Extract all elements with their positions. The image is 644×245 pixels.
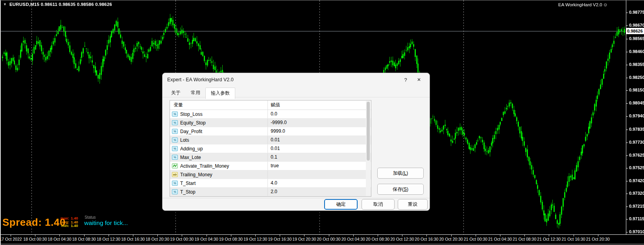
- param-name-cell[interactable]: ½Stop_Loss: [170, 110, 268, 118]
- param-value-cell[interactable]: 4.0: [268, 179, 371, 187]
- close-button[interactable]: ✕: [412, 75, 426, 85]
- tab-about[interactable]: 关于: [166, 88, 186, 99]
- table-row[interactable]: ½Lots0.01: [170, 136, 371, 144]
- price-axis-tick: [626, 90, 628, 91]
- price-axis-label: 0.97625: [629, 153, 644, 157]
- param-name-cell[interactable]: abTrailing_Money: [170, 170, 268, 179]
- param-name: Activate_Trailin_Money: [180, 163, 229, 169]
- price-axis-tick: [626, 13, 628, 13]
- help-button[interactable]: ?: [399, 75, 412, 85]
- param-value-cell[interactable]: 0.0: [268, 110, 371, 118]
- time-axis-label: 21 Oct 08:30: [513, 237, 536, 241]
- param-name-cell[interactable]: ½Equity_Stop: [170, 119, 268, 127]
- time-axis-tick: [500, 235, 500, 236]
- table-row[interactable]: ½Stop_Loss0.0: [170, 110, 371, 119]
- time-axis-tick: [329, 235, 329, 236]
- dialog-title-bar[interactable]: Expert - EA WorkingHard V2.0 ? ✕: [162, 73, 430, 86]
- mt4-terminal-window: ▼ EURUSD,M15 0.98611 0.98635 0.98586 0.9…: [0, 0, 644, 245]
- tab-inputs[interactable]: 输入参数: [205, 88, 235, 99]
- table-row[interactable]: ½Equity_Stop-9999.0: [170, 119, 371, 127]
- param-name-cell[interactable]: ½Max_Lote: [170, 153, 268, 161]
- param-name: Stop_Loss: [180, 112, 203, 117]
- price-axis-label: 0.97525: [629, 165, 644, 170]
- price-axis-label: 0.97115: [629, 216, 644, 221]
- chart-dropdown-icon[interactable]: ▼: [3, 2, 7, 7]
- table-row[interactable]: ½T_Step0.5: [170, 196, 371, 197]
- price-axis[interactable]: 0.987750.986700.985650.984600.983550.982…: [626, 0, 644, 234]
- dialog-title: Expert - EA WorkingHard V2.0: [167, 77, 399, 82]
- param-name-cell[interactable]: ½Adding_up: [170, 144, 268, 153]
- save-button[interactable]: 保存(S): [377, 184, 424, 195]
- cancel-button[interactable]: 取消: [362, 199, 395, 210]
- time-axis-label: 19 Oct 12:30: [244, 237, 267, 241]
- price-axis-label: 0.98150: [629, 88, 644, 92]
- param-type-icon-numeric: ½: [172, 120, 178, 125]
- tab-common[interactable]: 常用: [186, 88, 205, 99]
- param-name-cell[interactable]: ½Lots: [170, 136, 268, 144]
- time-axis-label: 18 Oct 00:30: [23, 237, 47, 241]
- param-value-cell[interactable]: [268, 170, 371, 179]
- param-name-cell[interactable]: ½T_Step: [170, 196, 268, 197]
- table-row[interactable]: ½Day_Profit9999.0: [170, 127, 371, 136]
- price-axis-label: 0.97010: [629, 229, 644, 234]
- price-axis-label: 0.98460: [629, 49, 644, 54]
- param-type-icon-numeric: ½: [172, 129, 178, 134]
- table-row[interactable]: ½T_Start4.0: [170, 179, 371, 188]
- table-row[interactable]: ½Adding_up0.01: [170, 144, 371, 153]
- price-axis-tick: [626, 52, 628, 52]
- param-value-cell[interactable]: -9999.0: [268, 119, 371, 127]
- column-header-variable[interactable]: 变量: [170, 101, 268, 110]
- param-name-cell[interactable]: Activate_Trailin_Money: [170, 162, 268, 170]
- price-axis-tick: [626, 207, 628, 207]
- time-axis-tick: [549, 235, 549, 236]
- scrollbar-thumb[interactable]: [367, 102, 370, 161]
- table-row[interactable]: ½Max_Lote0.1: [170, 153, 371, 162]
- price-axis-tick: [626, 155, 628, 156]
- param-name-cell[interactable]: ½Day_Profit: [170, 127, 268, 135]
- table-scrollbar[interactable]: [366, 101, 371, 196]
- param-type-icon-numeric: ½: [172, 137, 178, 143]
- price-axis-tick: [626, 39, 628, 39]
- time-axis-tick: [59, 235, 60, 236]
- time-axis-label: 18 Oct 16:30: [121, 237, 145, 241]
- param-name-cell[interactable]: ½T_Start: [170, 179, 268, 187]
- param-name-cell[interactable]: ½T_Stop: [170, 188, 268, 196]
- reset-button[interactable]: 重设: [398, 199, 428, 210]
- price-axis-label: 0.98355: [629, 62, 644, 67]
- param-value-cell[interactable]: true: [268, 162, 371, 170]
- time-axis-label: 21 Oct 04:30: [488, 237, 512, 241]
- time-axis-label: 18 Oct 20:30: [146, 237, 169, 241]
- price-axis-label: 0.97940: [629, 113, 644, 118]
- price-axis-label: 0.98250: [629, 75, 644, 80]
- time-axis-tick: [255, 235, 256, 236]
- price-axis-label: 0.97320: [629, 191, 644, 196]
- param-name: Trailing_Money: [180, 172, 212, 177]
- time-axis-label: 20 Oct 08:30: [366, 237, 389, 241]
- time-axis-tick: [133, 235, 133, 236]
- param-value-cell[interactable]: 0.01: [268, 144, 371, 153]
- ea-name-label: EA WorkingHard V2.0☺: [558, 2, 608, 7]
- param-value-cell[interactable]: 0.01: [268, 136, 371, 144]
- column-header-value[interactable]: 赋值: [268, 101, 371, 110]
- price-axis-tick: [626, 26, 628, 26]
- param-value-cell[interactable]: 2.0: [268, 188, 371, 196]
- param-value-cell[interactable]: 0.5: [268, 196, 371, 197]
- time-axis-label: 18 Oct 08:30: [72, 237, 96, 241]
- table-row[interactable]: Activate_Trailin_Moneytrue: [170, 162, 371, 170]
- symbol-ohlc-line: ▼ EURUSD,M15 0.98611 0.98635 0.98586 0.9…: [3, 2, 112, 7]
- table-row[interactable]: abTrailing_Money: [170, 170, 371, 179]
- time-axis-tick: [280, 235, 280, 236]
- ea-smiley-icon[interactable]: ☺: [603, 2, 608, 7]
- time-axis-tick: [11, 235, 11, 236]
- time-axis-label: 19 Oct 04:30: [195, 237, 218, 241]
- ok-button[interactable]: 确定: [324, 199, 358, 210]
- load-button[interactable]: 加载(L): [377, 168, 424, 179]
- time-axis-label: 21 Oct 12:30: [537, 237, 561, 241]
- param-value-cell[interactable]: 0.1: [268, 153, 371, 161]
- status-value: waiting for tick...: [84, 219, 128, 227]
- time-axis-label: 21 Oct 20:30: [586, 237, 610, 241]
- param-value-cell[interactable]: 9999.0: [268, 127, 371, 135]
- time-axis-label: 20 Oct 00:30: [317, 237, 341, 241]
- param-name: Day_Profit: [180, 129, 202, 134]
- table-row[interactable]: ½T_Stop2.0: [170, 188, 371, 196]
